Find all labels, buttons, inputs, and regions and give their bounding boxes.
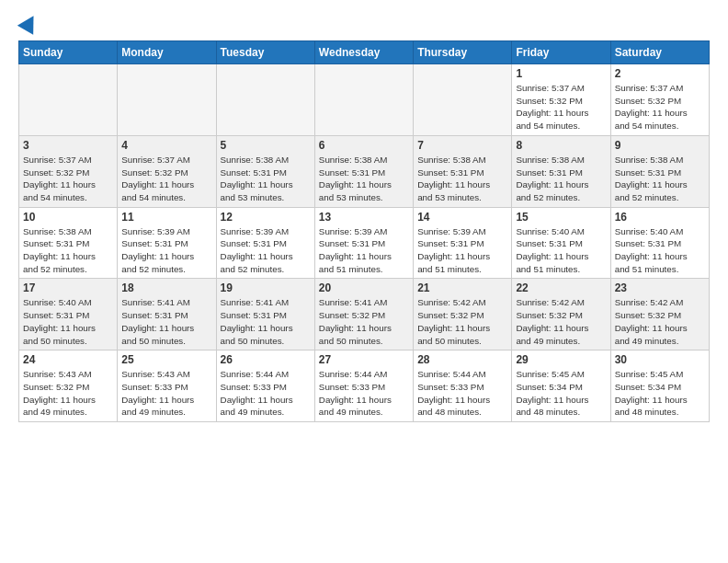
daylight-text-line2: and 54 minutes. — [615, 120, 705, 132]
calendar-cell: 24Sunrise: 5:43 AMSunset: 5:32 PMDayligh… — [19, 350, 118, 422]
sunset-text: Sunset: 5:32 PM — [615, 95, 705, 108]
calendar-cell: 7Sunrise: 5:38 AMSunset: 5:31 PMDaylight… — [414, 135, 512, 207]
day-number: 15 — [516, 211, 606, 224]
sunrise-text: Sunrise: 5:45 AM — [516, 368, 606, 381]
day-number: 5 — [221, 139, 311, 152]
daylight-text-line1: Daylight: 11 hours — [221, 322, 311, 335]
calendar-cell: 27Sunrise: 5:44 AMSunset: 5:33 PMDayligh… — [314, 350, 413, 422]
day-number: 11 — [121, 211, 211, 224]
calendar-cell: 28Sunrise: 5:44 AMSunset: 5:33 PMDayligh… — [414, 350, 512, 422]
sunset-text: Sunset: 5:31 PM — [417, 237, 507, 250]
day-number: 12 — [221, 211, 311, 224]
day-number: 6 — [319, 139, 409, 152]
day-number: 2 — [615, 67, 705, 80]
day-info: Sunrise: 5:39 AMSunset: 5:31 PMDaylight:… — [319, 225, 409, 276]
calendar-header-sunday: Sunday — [19, 41, 118, 64]
daylight-text-line2: and 52 minutes. — [23, 263, 113, 276]
day-number: 3 — [23, 139, 113, 152]
page: SundayMondayTuesdayWednesdayThursdayFrid… — [0, 0, 728, 563]
calendar-cell: 20Sunrise: 5:41 AMSunset: 5:32 PMDayligh… — [314, 279, 413, 350]
daylight-text-line2: and 49 minutes. — [319, 406, 409, 419]
calendar-cell: 6Sunrise: 5:38 AMSunset: 5:31 PMDaylight… — [314, 135, 413, 207]
day-info: Sunrise: 5:45 AMSunset: 5:34 PMDaylight:… — [516, 368, 606, 419]
day-number: 4 — [121, 139, 211, 152]
sunrise-text: Sunrise: 5:43 AM — [23, 368, 113, 381]
day-number: 14 — [417, 211, 507, 224]
daylight-text-line1: Daylight: 11 hours — [121, 250, 211, 263]
calendar-cell: 4Sunrise: 5:37 AMSunset: 5:32 PMDaylight… — [118, 135, 216, 207]
sunrise-text: Sunrise: 5:41 AM — [121, 296, 211, 309]
calendar-cell: 1Sunrise: 5:37 AMSunset: 5:32 PMDaylight… — [512, 64, 610, 136]
day-number: 22 — [516, 282, 606, 294]
daylight-text-line2: and 49 minutes. — [615, 335, 705, 348]
daylight-text-line1: Daylight: 11 hours — [221, 178, 311, 191]
daylight-text-line2: and 51 minutes. — [417, 263, 507, 276]
sunset-text: Sunset: 5:31 PM — [615, 167, 705, 179]
daylight-text-line2: and 52 minutes. — [516, 191, 606, 204]
day-number: 29 — [516, 353, 606, 366]
sunset-text: Sunset: 5:31 PM — [121, 309, 211, 322]
day-number: 20 — [319, 282, 409, 294]
day-info: Sunrise: 5:39 AMSunset: 5:31 PMDaylight:… — [417, 225, 507, 276]
sunrise-text: Sunrise: 5:39 AM — [417, 225, 507, 238]
calendar-cell — [19, 64, 118, 136]
sunrise-text: Sunrise: 5:37 AM — [121, 154, 211, 167]
daylight-text-line2: and 49 minutes. — [121, 406, 211, 419]
daylight-text-line1: Daylight: 11 hours — [615, 107, 705, 120]
sunrise-text: Sunrise: 5:40 AM — [23, 296, 113, 309]
calendar-header-row: SundayMondayTuesdayWednesdayThursdayFrid… — [19, 41, 710, 64]
day-info: Sunrise: 5:44 AMSunset: 5:33 PMDaylight:… — [417, 368, 507, 419]
day-info: Sunrise: 5:37 AMSunset: 5:32 PMDaylight:… — [23, 154, 113, 204]
sunrise-text: Sunrise: 5:38 AM — [221, 154, 311, 167]
sunset-text: Sunset: 5:32 PM — [516, 309, 606, 322]
sunset-text: Sunset: 5:31 PM — [319, 237, 409, 250]
day-info: Sunrise: 5:44 AMSunset: 5:33 PMDaylight:… — [319, 368, 409, 419]
calendar-cell: 21Sunrise: 5:42 AMSunset: 5:32 PMDayligh… — [414, 279, 512, 350]
day-number: 17 — [23, 282, 113, 294]
calendar-cell: 13Sunrise: 5:39 AMSunset: 5:31 PMDayligh… — [314, 207, 413, 279]
sunrise-text: Sunrise: 5:38 AM — [516, 154, 606, 167]
sunrise-text: Sunrise: 5:45 AM — [615, 368, 705, 381]
calendar-cell — [216, 64, 314, 136]
daylight-text-line1: Daylight: 11 hours — [615, 394, 705, 407]
daylight-text-line2: and 52 minutes. — [121, 263, 211, 276]
calendar-cell: 22Sunrise: 5:42 AMSunset: 5:32 PMDayligh… — [512, 279, 610, 350]
day-number: 16 — [615, 211, 705, 224]
sunrise-text: Sunrise: 5:37 AM — [516, 82, 606, 95]
calendar-cell: 3Sunrise: 5:37 AMSunset: 5:32 PMDaylight… — [19, 135, 118, 207]
day-number: 25 — [121, 353, 211, 366]
daylight-text-line2: and 48 minutes. — [417, 406, 507, 419]
day-info: Sunrise: 5:40 AMSunset: 5:31 PMDaylight:… — [516, 225, 606, 276]
day-info: Sunrise: 5:37 AMSunset: 5:32 PMDaylight:… — [516, 82, 606, 132]
daylight-text-line2: and 49 minutes. — [516, 335, 606, 348]
sunset-text: Sunset: 5:31 PM — [23, 237, 113, 250]
sunset-text: Sunset: 5:32 PM — [319, 309, 409, 322]
daylight-text-line2: and 53 minutes. — [221, 191, 311, 204]
sunrise-text: Sunrise: 5:40 AM — [516, 225, 606, 238]
day-info: Sunrise: 5:38 AMSunset: 5:31 PMDaylight:… — [23, 225, 113, 276]
day-number: 28 — [417, 353, 507, 366]
day-number: 21 — [417, 282, 507, 294]
calendar-cell: 12Sunrise: 5:39 AMSunset: 5:31 PMDayligh… — [216, 207, 314, 279]
day-number: 30 — [615, 353, 705, 366]
sunset-text: Sunset: 5:34 PM — [516, 381, 606, 394]
sunrise-text: Sunrise: 5:41 AM — [221, 296, 311, 309]
sunrise-text: Sunrise: 5:37 AM — [23, 154, 113, 167]
day-number: 27 — [319, 353, 409, 366]
sunrise-text: Sunrise: 5:41 AM — [319, 296, 409, 309]
daylight-text-line2: and 54 minutes. — [121, 191, 211, 204]
sunset-text: Sunset: 5:33 PM — [121, 381, 211, 394]
day-info: Sunrise: 5:42 AMSunset: 5:32 PMDaylight:… — [417, 296, 507, 347]
day-info: Sunrise: 5:38 AMSunset: 5:31 PMDaylight:… — [615, 154, 705, 204]
day-number: 10 — [23, 211, 113, 224]
calendar-cell: 19Sunrise: 5:41 AMSunset: 5:31 PMDayligh… — [216, 279, 314, 350]
day-number: 1 — [516, 67, 606, 80]
day-info: Sunrise: 5:40 AMSunset: 5:31 PMDaylight:… — [23, 296, 113, 347]
calendar-cell: 8Sunrise: 5:38 AMSunset: 5:31 PMDaylight… — [512, 135, 610, 207]
daylight-text-line2: and 54 minutes. — [23, 191, 113, 204]
sunrise-text: Sunrise: 5:38 AM — [615, 154, 705, 167]
sunset-text: Sunset: 5:32 PM — [121, 167, 211, 179]
daylight-text-line1: Daylight: 11 hours — [516, 250, 606, 263]
day-info: Sunrise: 5:44 AMSunset: 5:33 PMDaylight:… — [221, 368, 311, 419]
calendar-cell — [314, 64, 413, 136]
